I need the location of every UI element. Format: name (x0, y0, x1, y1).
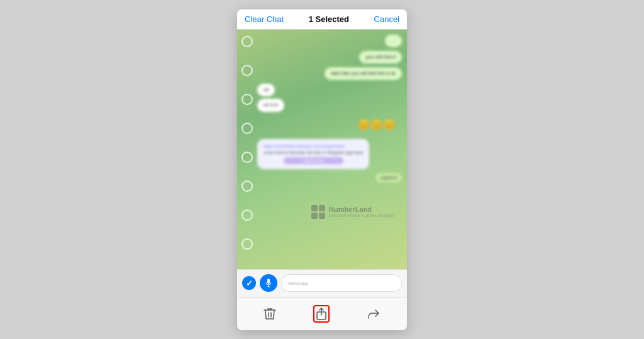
watermark: NumberLand Discount Phone Number Analysi… (311, 205, 394, 219)
message-placeholder: Message (288, 281, 308, 286)
watermark-text-group: NumberLand Discount Phone Number Analysi… (329, 206, 394, 218)
forward-button[interactable] (364, 305, 383, 323)
svg-rect-0 (267, 279, 270, 284)
checkbox-2[interactable] (242, 65, 253, 76)
messages-list: ... you will find it blah blah you will … (257, 30, 407, 269)
clear-chat-button[interactable]: Clear Chat (245, 14, 284, 24)
link-url: https://somelink.example.com/longurlhere (264, 144, 363, 148)
checkbox-8[interactable] (242, 238, 253, 250)
delete-button[interactable] (261, 304, 279, 323)
selection-column (237, 30, 257, 269)
phone-screen: Clear Chat 1 Selected Cancel ... you wil… (237, 9, 407, 330)
message-2: you will find it (359, 51, 402, 64)
bottom-bar (237, 297, 407, 330)
checkbox-6[interactable] (242, 181, 253, 192)
checkbox-7[interactable] (242, 209, 253, 221)
checkbox-3[interactable] (242, 94, 253, 105)
top-bar: Clear Chat 1 Selected Cancel (237, 9, 407, 30)
cancel-button[interactable]: Cancel (374, 14, 399, 24)
link-button[interactable]: Open Link (284, 157, 343, 164)
message-4: ok (257, 84, 275, 96)
message-emoji: 😊😊😊 (352, 116, 402, 135)
checkbox-5[interactable] (242, 152, 253, 163)
mic-button[interactable] (260, 274, 277, 292)
checkbox-1[interactable] (242, 36, 253, 47)
share-button[interactable] (311, 303, 332, 325)
message-5: ok it is (257, 99, 284, 111)
selection-title: 1 Selected (309, 14, 349, 24)
message-8: copied it (375, 173, 402, 182)
watermark-logo (311, 205, 325, 219)
brand-name: NumberLand (329, 206, 394, 213)
share-button-wrapper (313, 305, 330, 323)
brand-sub: Discount Phone Number Analysis (329, 213, 394, 218)
message-link: https://somelink.example.com/longurlhere… (257, 139, 369, 169)
link-desc: some text to describe the link in Telegr… (264, 150, 363, 155)
message-1: ... (385, 35, 402, 47)
message-input[interactable]: Message (281, 274, 402, 292)
chat-area: ... you will find it blah blah you will … (237, 30, 407, 269)
selected-checkbox[interactable] (242, 276, 256, 290)
input-area: Message (237, 269, 407, 297)
message-3: blah blah you will find this is ok (325, 67, 402, 80)
checkbox-4[interactable] (242, 123, 253, 134)
